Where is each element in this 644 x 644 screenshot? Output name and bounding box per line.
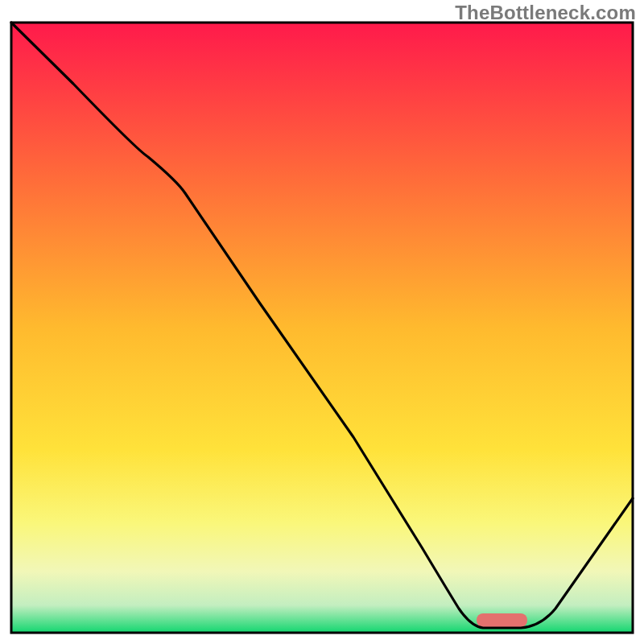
bottleneck-chart: [0, 0, 644, 644]
chart-stage: TheBottleneck.com: [0, 0, 644, 644]
watermark-text: TheBottleneck.com: [455, 2, 636, 24]
optimum-marker: [477, 613, 527, 627]
